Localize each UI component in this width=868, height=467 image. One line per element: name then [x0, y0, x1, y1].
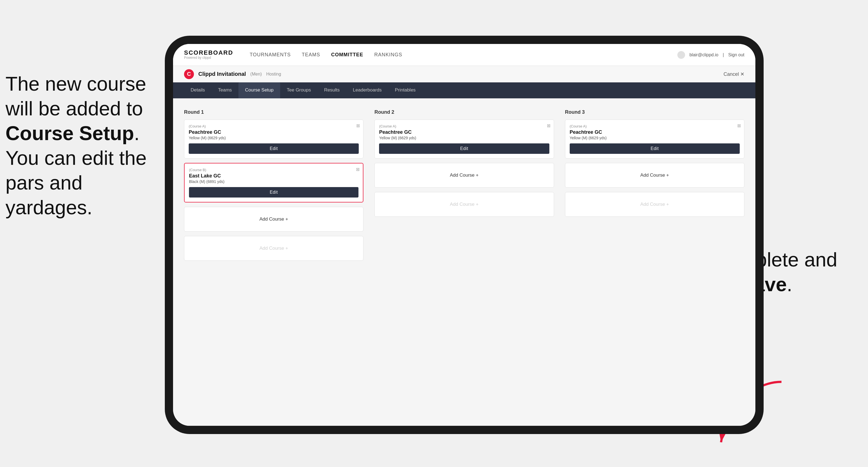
nav-links: TOURNAMENTS TEAMS COMMITTEE RANKINGS	[250, 50, 677, 60]
round1-course-b-details: Black (M) (6891 yds)	[189, 179, 359, 184]
round1-add-course-button[interactable]: Add Course +	[184, 207, 363, 231]
tournament-gender: (Men)	[250, 72, 262, 76]
main-content: Round 1 ⊠ (Course A) Peachtree GC Yellow…	[173, 98, 755, 426]
round-2-col: Round 2 ⊠ (Course A) Peachtree GC Yellow…	[374, 109, 554, 265]
round1-course-b-edit-button[interactable]: Edit	[189, 187, 359, 197]
top-nav: SCOREBOARD Powered by clippd TOURNAMENTS…	[173, 44, 755, 66]
nav-rankings[interactable]: RANKINGS	[374, 50, 402, 60]
round3-course-a-name: Peachtree GC	[570, 129, 740, 135]
round2-add-course-label: Add Course +	[450, 173, 478, 178]
round1-add-course-disabled: Add Course +	[184, 236, 363, 261]
tab-tee-groups[interactable]: Tee Groups	[280, 83, 317, 98]
round1-course-b-card: ⊠ (Course B) East Lake GC Black (M) (689…	[184, 163, 363, 203]
round1-course-b-tag: (Course B)	[189, 168, 359, 172]
tab-results[interactable]: Results	[317, 83, 346, 98]
round-2-label: Round 2	[374, 109, 554, 115]
sign-out-link[interactable]: Sign out	[728, 53, 744, 57]
round3-course-a-action-icon[interactable]: ⊠	[737, 123, 741, 128]
round2-course-a-name: Peachtree GC	[379, 129, 549, 135]
round3-course-a-edit-button[interactable]: Edit	[570, 144, 740, 154]
round1-course-a-action-icon[interactable]: ⊠	[356, 123, 360, 128]
round1-add-course-disabled-label: Add Course +	[259, 246, 288, 251]
round1-course-a-card: ⊠ (Course A) Peachtree GC Yellow (M) (66…	[184, 120, 363, 158]
round3-add-course-disabled: Add Course +	[565, 192, 744, 217]
round2-add-course-button[interactable]: Add Course +	[374, 163, 554, 188]
round1-course-a-details: Yellow (M) (6629 yds)	[189, 136, 359, 140]
tab-teams[interactable]: Teams	[212, 83, 239, 98]
logo-scoreboard: SCOREBOARD	[184, 50, 233, 56]
round1-course-a-edit-button[interactable]: Edit	[189, 144, 359, 154]
tablet: SCOREBOARD Powered by clippd TOURNAMENTS…	[165, 36, 764, 434]
tournament-info: C Clippd Invitational (Men) Hosting	[184, 69, 281, 79]
round3-add-course-disabled-label: Add Course +	[640, 201, 669, 207]
round3-add-course-label: Add Course +	[640, 173, 669, 178]
round2-course-a-edit-button[interactable]: Edit	[379, 144, 549, 154]
tab-bar: Details Teams Course Setup Tee Groups Re…	[173, 83, 755, 98]
round1-course-a-name: Peachtree GC	[189, 129, 359, 135]
tournament-status: Hosting	[266, 72, 281, 76]
user-email: blair@clippd.io	[689, 53, 718, 57]
round-3-label: Round 3	[565, 109, 744, 115]
nav-committee[interactable]: COMMITTEE	[331, 50, 363, 60]
tournament-name: Clippd Invitational	[198, 71, 246, 77]
tab-course-setup[interactable]: Course Setup	[239, 83, 280, 98]
round2-course-a-card: ⊠ (Course A) Peachtree GC Yellow (M) (66…	[374, 120, 554, 158]
rounds-grid: Round 1 ⊠ (Course A) Peachtree GC Yellow…	[184, 109, 744, 265]
nav-tournaments[interactable]: TOURNAMENTS	[250, 50, 291, 60]
cancel-button[interactable]: Cancel ✕	[723, 71, 744, 77]
round3-course-a-card: ⊠ (Course A) Peachtree GC Yellow (M) (66…	[565, 120, 744, 158]
round2-course-a-tag: (Course A)	[379, 124, 549, 128]
tablet-screen: SCOREBOARD Powered by clippd TOURNAMENTS…	[173, 44, 755, 426]
round3-course-a-details: Yellow (M) (6629 yds)	[570, 136, 740, 140]
round2-course-a-details: Yellow (M) (6629 yds)	[379, 136, 549, 140]
nav-right: blair@clippd.io | Sign out	[677, 51, 744, 59]
annotation-bold-course-setup: Course Setup	[5, 122, 134, 144]
round1-course-b-name: East Lake GC	[189, 173, 359, 179]
round-1-label: Round 1	[184, 109, 363, 115]
tournament-bar: C Clippd Invitational (Men) Hosting Canc…	[173, 66, 755, 83]
round-1-col: Round 1 ⊠ (Course A) Peachtree GC Yellow…	[184, 109, 363, 265]
tab-printables[interactable]: Printables	[389, 83, 423, 98]
nav-teams[interactable]: TEAMS	[302, 50, 320, 60]
user-avatar	[677, 51, 685, 59]
round1-course-b-action-icon[interactable]: ⊠	[356, 167, 360, 172]
nav-separator: |	[723, 53, 724, 57]
round2-add-course-disabled-label: Add Course +	[450, 201, 478, 207]
tab-details[interactable]: Details	[184, 83, 212, 98]
annotation-left: The new course will be added to Course S…	[5, 71, 159, 220]
logo-area: SCOREBOARD Powered by clippd	[184, 50, 233, 60]
tournament-logo-icon: C	[184, 69, 194, 79]
round1-course-a-tag: (Course A)	[189, 124, 359, 128]
round1-add-course-label: Add Course +	[259, 216, 288, 222]
round3-course-a-tag: (Course A)	[570, 124, 740, 128]
logo-powered: Powered by clippd	[184, 56, 233, 60]
round-3-col: Round 3 ⊠ (Course A) Peachtree GC Yellow…	[565, 109, 744, 265]
tab-leaderboards[interactable]: Leaderboards	[346, 83, 389, 98]
round3-add-course-button[interactable]: Add Course +	[565, 163, 744, 188]
round2-add-course-disabled: Add Course +	[374, 192, 554, 217]
round2-course-a-action-icon[interactable]: ⊠	[547, 123, 551, 128]
